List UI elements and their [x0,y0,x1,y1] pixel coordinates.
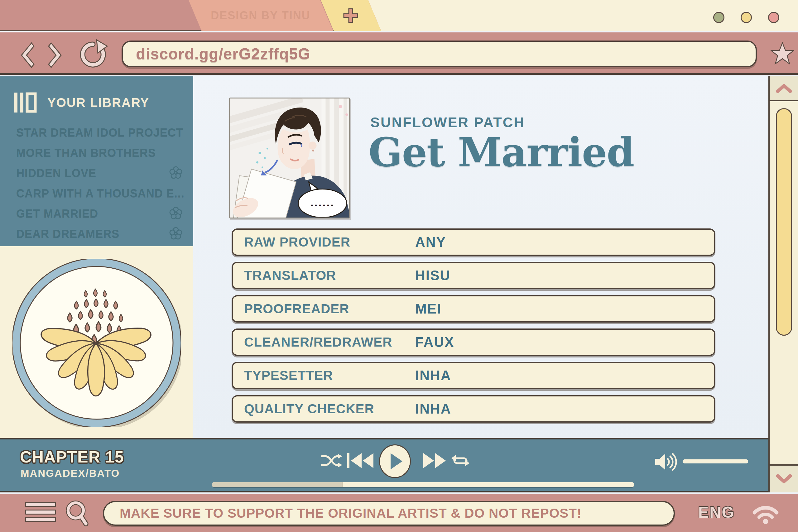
shuffle-button[interactable] [321,453,342,469]
next-button[interactable] [421,452,448,469]
chapter-source: MANGADEX/BATO [21,468,120,479]
credit-name: FAUX [415,335,454,350]
sidebar-logo-panel [0,246,193,438]
menu-button[interactable] [25,502,56,525]
library-header-label: YOUR LIBRARY [48,96,149,110]
play-button[interactable] [379,444,411,478]
search-button[interactable] [65,499,90,528]
credit-name: INHA [415,368,451,383]
minimize-button[interactable] [713,12,724,23]
url-bar[interactable]: discord.gg/erG2zffq5G [121,40,757,67]
credit-name: INHA [415,401,451,417]
credit-role: PROOFREADER [244,301,349,316]
wifi-icon[interactable] [752,501,779,525]
library-header: YOUR LIBRARY [13,91,149,114]
url-text: discord.gg/erG2zffq5G [136,45,310,63]
credit-name: MEI [415,301,441,317]
volume-icon[interactable] [654,452,681,472]
group-name: SUNFLOWER PATCH [370,114,525,131]
browser-toolbar: discord.gg/erG2zffq5G [0,33,798,75]
window-titlebar: DESIGN BY TINU [0,0,798,31]
credit-row-translator: TRANSLATOR HISU [232,262,716,289]
sidebar-item-dear-dreamers[interactable]: DEAR DREAMERS [16,224,185,244]
sunflower-patch-logo [13,259,181,427]
credit-row-typesetter: TYPESETTER INHA [232,362,716,389]
scrollbar[interactable] [768,76,798,492]
chevron-up-icon [776,83,792,94]
progress-fill [212,482,343,487]
window-controls [713,12,779,23]
credit-row-quality-checker: QUALITY CHECKER INHA [232,395,716,423]
sidebar-item-get-married[interactable]: GET MARRIED [16,204,185,224]
page-title: Get Married [368,129,634,175]
back-button[interactable] [17,41,36,69]
chevron-down-icon [776,474,792,484]
credit-role: CLEANER/REDRAWER [244,335,393,350]
credit-row-raw-provider: RAW PROVIDER ANY [232,228,716,256]
sidebar-item-star-dream-idol-project[interactable]: STAR DREAM IDOL PROJECT [16,122,185,143]
flower-badge-icon [169,166,183,180]
speech-bubble-text: ...... [310,196,335,209]
repeat-button[interactable] [451,453,470,468]
credit-row-proofreader: PROOFREADER MEI [232,295,716,323]
browser-tab[interactable]: DESIGN BY TINU [188,0,333,31]
tab-title: DESIGN BY TINU [211,9,310,22]
scroll-up-button[interactable] [770,76,798,101]
credits-list: RAW PROVIDER ANY TRANSLATOR HISU PROOFRE… [232,228,716,429]
notice-text: MAKE SURE TO SUPPORT THE ORIGINAL ARTIST… [120,506,582,521]
credit-role: TYPESETTER [244,368,333,383]
scrollbar-thumb[interactable] [776,108,792,336]
cover-image: ...... [229,98,350,218]
credit-name: ANY [415,234,446,250]
browser-window: DESIGN BY TINU discord.gg/erG2zffq5G [0,0,798,532]
chapter-label: CHAPTER 15 [20,448,124,466]
volume-fill [683,459,748,463]
library-list: STAR DREAM IDOL PROJECT MORE THAN BROTHE… [16,122,185,244]
volume-slider[interactable] [683,459,748,463]
forward-button[interactable] [47,41,65,69]
close-button[interactable] [768,12,779,23]
library-icon [13,91,39,114]
player-bar: CHAPTER 15 MANGADEX/BATO [0,438,768,492]
scroll-down-button[interactable] [770,464,798,492]
sidebar-item-more-than-brothers[interactable]: MORE THAN BROTHERS [16,143,185,163]
bookmark-star-icon[interactable] [771,42,794,65]
credit-role: TRANSLATOR [244,268,336,283]
maximize-button[interactable] [741,12,752,23]
credit-role: RAW PROVIDER [244,235,350,250]
sidebar-library: YOUR LIBRARY STAR DREAM IDOL PROJECT MOR… [0,76,193,246]
credit-name: HISU [415,268,451,283]
main-content: ...... SUNFLOWER PATCH Get Married RAW P… [193,76,768,438]
refresh-button[interactable] [78,39,108,69]
language-indicator[interactable]: ENG [698,503,735,521]
flower-badge-icon [169,207,183,220]
ear [309,141,317,150]
previous-button[interactable] [347,452,375,469]
credit-row-cleaner-redrawer: CLEANER/REDRAWER FAUX [232,328,716,356]
status-bar: MAKE SURE TO SUPPORT THE ORIGINAL ARTIST… [0,494,798,532]
play-icon [391,453,402,469]
plus-icon [342,7,359,24]
progress-bar[interactable] [212,482,634,487]
credit-role: QUALITY CHECKER [244,401,374,416]
flower-badge-icon [169,227,183,241]
notice-banner: MAKE SURE TO SUPPORT THE ORIGINAL ARTIST… [103,501,675,526]
sidebar-item-carp-with-a-thousand-e[interactable]: CARP WITH A THOUSAND E... [16,183,185,204]
menu-icon [25,502,56,507]
sidebar-item-hidden-love[interactable]: HIDDEN LOVE [16,163,185,183]
